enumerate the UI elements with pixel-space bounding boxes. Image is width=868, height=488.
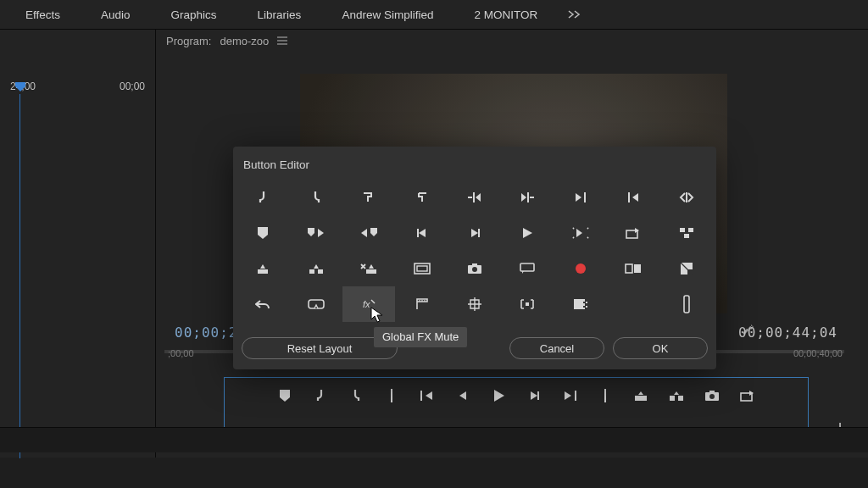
btn-export[interactable] (607, 215, 659, 251)
btn-handle[interactable] (660, 286, 713, 322)
btn-bracket[interactable] (501, 286, 554, 322)
tab-audio[interactable]: Audio (81, 0, 151, 30)
goto-in-icon[interactable] (418, 386, 437, 405)
btn-overwrite[interactable] (289, 251, 342, 286)
svg-rect-30 (366, 269, 376, 274)
cancel-button[interactable]: Cancel (509, 337, 604, 359)
svg-rect-4 (391, 389, 392, 402)
bottom-strip (0, 427, 868, 452)
btn-multicam[interactable] (660, 215, 713, 251)
svg-rect-25 (688, 228, 693, 232)
svg-rect-19 (628, 192, 630, 202)
overflow-icon[interactable] (558, 10, 592, 19)
playhead-line (19, 94, 20, 458)
btn-mark-clip[interactable] (342, 180, 395, 215)
svg-rect-39 (634, 264, 641, 273)
btn-global-fx-mute[interactable]: fx (342, 286, 395, 322)
btn-goto-out[interactable] (501, 180, 554, 215)
tab-2monitor[interactable]: 2 MONITOR (453, 0, 558, 30)
play-icon[interactable] (489, 386, 508, 405)
mark-out-icon[interactable] (347, 386, 365, 405)
bar2-icon[interactable] (596, 386, 615, 405)
transport-button-bar[interactable] (224, 377, 809, 431)
btn-safe-margins[interactable] (395, 251, 448, 286)
svg-rect-10 (670, 396, 675, 401)
svg-rect-50 (586, 306, 587, 308)
tab-effects[interactable]: Effects (5, 0, 81, 30)
btn-play[interactable] (501, 215, 554, 251)
btn-mark-in[interactable] (236, 180, 289, 215)
btn-proxy[interactable] (554, 286, 607, 322)
btn-toggle-mask[interactable] (660, 251, 713, 286)
marker-icon[interactable] (275, 386, 294, 405)
tab-andrew[interactable]: Andrew Simplified (321, 0, 453, 30)
btn-vr[interactable] (289, 286, 342, 322)
mark-in-icon[interactable] (311, 386, 330, 405)
svg-rect-38 (626, 264, 632, 273)
svg-text:fx: fx (363, 299, 370, 309)
svg-rect-32 (417, 266, 427, 271)
tab-libraries[interactable]: Libraries (237, 0, 322, 30)
extract-icon[interactable] (667, 386, 686, 405)
btn-step-back[interactable] (395, 215, 448, 251)
svg-rect-5 (420, 391, 422, 401)
timecode-duration[interactable]: 00;00;44;04 (738, 324, 837, 341)
svg-rect-36 (520, 263, 534, 271)
svg-rect-16 (473, 192, 475, 202)
tab-graphics[interactable]: Graphics (151, 0, 237, 30)
program-label: Program: (166, 35, 211, 47)
svg-rect-8 (604, 389, 606, 402)
btn-marker[interactable] (236, 215, 289, 251)
btn-x-insert[interactable] (342, 251, 395, 286)
btn-mark-out[interactable] (289, 180, 342, 215)
btn-record[interactable] (554, 251, 607, 286)
svg-rect-6 (537, 391, 539, 400)
svg-rect-22 (478, 229, 480, 237)
btn-comment[interactable] (501, 251, 554, 286)
svg-point-14 (709, 394, 715, 399)
step-back-icon[interactable] (453, 386, 472, 405)
btn-goto-prev-marker[interactable] (342, 215, 395, 251)
export-icon[interactable] (738, 386, 757, 405)
step-fwd-icon[interactable] (525, 386, 543, 405)
panel-menu-icon[interactable] (277, 36, 287, 47)
btn-insert[interactable] (236, 251, 289, 286)
btn-play-around[interactable] (554, 215, 607, 251)
btn-ruler[interactable] (395, 286, 448, 322)
btn-mark-selection[interactable] (395, 180, 448, 215)
btn-grid[interactable] (448, 286, 501, 322)
svg-rect-17 (527, 192, 529, 202)
svg-rect-44 (526, 302, 529, 306)
camera-icon[interactable] (703, 386, 721, 405)
workspace-tab-bar: Effects Audio Graphics Libraries Andrew … (0, 0, 868, 30)
svg-rect-21 (417, 229, 419, 237)
svg-rect-51 (684, 296, 689, 313)
btn-prev-edit[interactable] (607, 180, 659, 215)
playhead-marker[interactable] (14, 82, 27, 96)
btn-jump-edit[interactable] (660, 180, 713, 215)
svg-rect-27 (258, 269, 268, 274)
svg-rect-46 (583, 299, 585, 302)
scrub-end: 00;00;40;00 (793, 348, 843, 358)
svg-rect-11 (678, 396, 683, 401)
btn-next-edit[interactable] (554, 180, 607, 215)
svg-rect-28 (309, 269, 314, 274)
lift-icon[interactable] (632, 386, 650, 405)
ok-button[interactable]: OK (613, 337, 708, 359)
btn-outframe[interactable] (607, 286, 659, 322)
svg-rect-34 (472, 263, 477, 266)
btn-camera[interactable] (448, 251, 501, 286)
program-header[interactable]: Program: demo-zoo (156, 30, 868, 53)
ruler-end: 00;00 (120, 80, 145, 92)
bar-icon[interactable] (382, 386, 401, 405)
btn-comparison[interactable] (607, 251, 659, 286)
goto-out-icon[interactable] (560, 386, 579, 405)
btn-goto-in[interactable] (448, 180, 501, 215)
button-editor-grid: fx (233, 176, 716, 322)
btn-step-fwd[interactable] (448, 215, 501, 251)
svg-rect-24 (680, 228, 685, 232)
btn-undo[interactable] (236, 286, 289, 322)
svg-rect-13 (709, 391, 715, 393)
btn-goto-next-marker[interactable] (289, 215, 342, 251)
svg-point-37 (576, 263, 586, 274)
